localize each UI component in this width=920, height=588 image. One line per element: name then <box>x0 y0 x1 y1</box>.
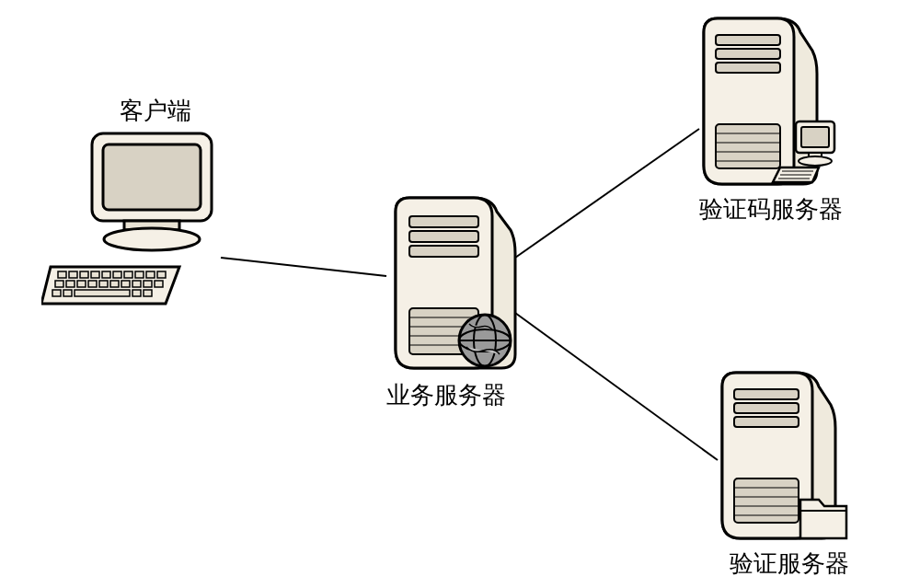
svg-rect-7 <box>58 271 66 278</box>
diagram-canvas: 客户端 业务服务器 <box>0 0 920 588</box>
svg-rect-34 <box>409 246 478 257</box>
captcha-server-label: 验证码服务器 <box>699 193 843 225</box>
svg-rect-17 <box>55 281 63 287</box>
svg-line-1 <box>515 129 699 258</box>
svg-rect-23 <box>121 281 130 287</box>
svg-rect-62 <box>734 478 799 523</box>
svg-rect-28 <box>63 290 72 296</box>
svg-rect-24 <box>132 281 141 287</box>
svg-rect-19 <box>77 281 86 287</box>
svg-line-2 <box>515 313 718 460</box>
svg-rect-10 <box>91 271 99 278</box>
verify-server-label: 验证服务器 <box>730 548 849 580</box>
svg-rect-22 <box>110 281 119 287</box>
business-server-node <box>382 189 524 377</box>
server-icon <box>708 363 856 548</box>
svg-rect-15 <box>146 271 155 278</box>
svg-rect-31 <box>144 290 152 296</box>
svg-rect-61 <box>734 417 799 427</box>
svg-rect-33 <box>409 231 478 242</box>
svg-rect-25 <box>144 281 152 287</box>
svg-rect-11 <box>102 271 110 278</box>
monitor-icon <box>83 129 221 253</box>
verify-server-node <box>708 363 856 548</box>
svg-rect-18 <box>66 281 75 287</box>
svg-rect-30 <box>132 290 141 296</box>
svg-rect-4 <box>103 144 201 210</box>
folder-badge-icon <box>800 500 846 538</box>
server-icon <box>382 189 524 377</box>
client-node <box>83 129 221 253</box>
svg-rect-60 <box>734 403 799 413</box>
svg-rect-46 <box>716 63 780 73</box>
svg-rect-27 <box>52 290 61 296</box>
svg-rect-12 <box>113 271 121 278</box>
svg-line-0 <box>221 258 386 276</box>
svg-rect-47 <box>716 124 780 168</box>
svg-rect-16 <box>157 271 166 278</box>
svg-rect-13 <box>124 271 132 278</box>
svg-rect-26 <box>155 281 163 287</box>
svg-rect-14 <box>135 271 144 278</box>
svg-point-55 <box>799 156 832 166</box>
client-label: 客户端 <box>120 95 191 127</box>
svg-rect-53 <box>801 127 829 147</box>
svg-rect-9 <box>80 271 88 278</box>
svg-rect-32 <box>409 216 478 227</box>
svg-rect-21 <box>99 281 108 287</box>
keyboard-icon <box>41 262 189 317</box>
svg-rect-8 <box>69 271 77 278</box>
svg-rect-20 <box>88 281 97 287</box>
svg-point-6 <box>104 228 200 250</box>
svg-rect-45 <box>716 49 780 59</box>
svg-rect-29 <box>75 290 130 296</box>
svg-rect-44 <box>716 35 780 45</box>
captcha-server-node <box>690 9 846 193</box>
server-icon <box>690 9 846 193</box>
svg-rect-59 <box>734 389 799 399</box>
business-server-label: 业务服务器 <box>386 379 506 411</box>
